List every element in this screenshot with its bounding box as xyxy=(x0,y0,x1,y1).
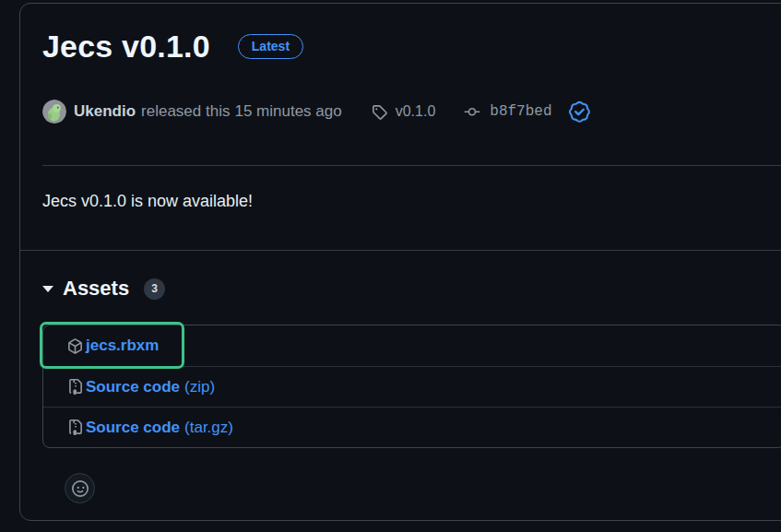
commit-hash: b8f7bed xyxy=(490,103,551,120)
latest-badge: Latest xyxy=(238,34,303,59)
reaction-row xyxy=(42,448,781,503)
assets-section: Assets 3 jecs.rbxm Source code (zip) xyxy=(20,250,781,503)
asset-link-source-zip[interactable]: Source code (zip) xyxy=(43,366,781,407)
release-title: Jecs v0.1.0 xyxy=(42,28,210,65)
asset-link-jecs-rbxm[interactable]: jecs.rbxm xyxy=(43,325,781,366)
verified-icon[interactable] xyxy=(568,100,591,124)
asset-name: jecs.rbxm xyxy=(86,337,159,355)
title-row: Jecs v0.1.0 Latest xyxy=(42,28,781,65)
tag-icon xyxy=(372,104,387,120)
assets-count-badge: 3 xyxy=(144,278,165,300)
tag-group[interactable]: v0.1.0 xyxy=(372,103,436,120)
file-zip-icon xyxy=(67,420,83,435)
asset-suffix: (zip) xyxy=(184,378,215,396)
git-commit-icon xyxy=(463,104,481,120)
caret-down-icon xyxy=(42,286,53,292)
avatar[interactable] xyxy=(42,100,66,124)
commit-group[interactable]: b8f7bed xyxy=(463,103,551,120)
smiley-icon xyxy=(72,480,89,497)
asset-suffix: (tar.gz) xyxy=(184,419,233,437)
file-zip-icon xyxy=(67,379,83,395)
assets-toggle[interactable]: Assets 3 xyxy=(42,277,781,301)
asset-name: Source code xyxy=(86,419,180,437)
author-link[interactable]: Ukendio xyxy=(74,102,136,121)
assets-box-wrap: jecs.rbxm Source code (zip) Source code … xyxy=(42,325,781,448)
released-time: 15 minutes ago xyxy=(234,102,341,121)
assets-list: jecs.rbxm Source code (zip) Source code … xyxy=(42,325,781,448)
asset-link-source-targz[interactable]: Source code (tar.gz) xyxy=(43,407,781,447)
add-reaction-button[interactable] xyxy=(65,473,95,503)
tag-label: v0.1.0 xyxy=(396,103,436,120)
package-icon xyxy=(67,338,83,354)
assets-heading: Assets xyxy=(63,277,129,301)
asset-name: Source code xyxy=(86,378,180,396)
release-header: Jecs v0.1.0 Latest Ukendio released this… xyxy=(20,4,781,166)
released-text: released this xyxy=(141,102,230,121)
release-card: Jecs v0.1.0 Latest Ukendio released this… xyxy=(19,3,781,521)
release-body: Jecs v0.1.0 is now available! xyxy=(20,166,781,250)
release-meta-row: Ukendio released this 15 minutes ago v0.… xyxy=(42,100,781,124)
